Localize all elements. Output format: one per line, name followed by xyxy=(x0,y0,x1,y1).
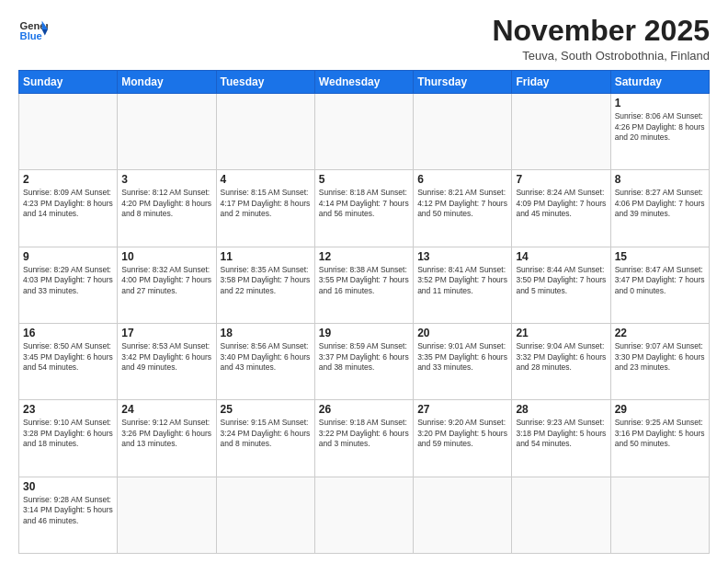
calendar-table: SundayMondayTuesdayWednesdayThursdayFrid… xyxy=(18,70,710,554)
calendar-cell: 6Sunrise: 8:21 AM Sunset: 4:12 PM Daylig… xyxy=(414,170,512,247)
day-info: Sunrise: 9:01 AM Sunset: 3:35 PM Dayligh… xyxy=(417,341,507,373)
day-number: 5 xyxy=(319,173,409,186)
calendar-week-row: 1Sunrise: 8:06 AM Sunset: 4:26 PM Daylig… xyxy=(19,94,710,170)
day-number: 6 xyxy=(417,173,507,186)
location-subtitle: Teuva, South Ostrobothnia, Finland xyxy=(492,49,710,63)
svg-text:Blue: Blue xyxy=(20,30,42,41)
logo: General Blue xyxy=(18,15,48,44)
calendar-cell: 11Sunrise: 8:35 AM Sunset: 3:58 PM Dayli… xyxy=(216,247,314,323)
calendar-cell: 28Sunrise: 9:23 AM Sunset: 3:18 PM Dayli… xyxy=(512,400,610,477)
day-info: Sunrise: 8:12 AM Sunset: 4:20 PM Dayligh… xyxy=(121,188,211,219)
day-number: 15 xyxy=(615,250,705,263)
day-number: 21 xyxy=(516,327,606,339)
day-number: 8 xyxy=(615,173,705,186)
day-number: 3 xyxy=(121,173,211,186)
day-number: 14 xyxy=(516,250,606,263)
weekday-header-monday: Monday xyxy=(118,71,216,94)
day-number: 20 xyxy=(417,327,507,339)
calendar-cell: 30Sunrise: 9:28 AM Sunset: 3:14 PM Dayli… xyxy=(19,477,118,553)
calendar-cell: 17Sunrise: 8:53 AM Sunset: 3:42 PM Dayli… xyxy=(118,324,216,400)
day-number: 28 xyxy=(516,403,606,416)
day-number: 19 xyxy=(319,327,409,339)
calendar-cell xyxy=(19,94,118,170)
calendar-cell: 15Sunrise: 8:47 AM Sunset: 3:47 PM Dayli… xyxy=(610,247,709,323)
day-info: Sunrise: 9:12 AM Sunset: 3:26 PM Dayligh… xyxy=(121,418,211,449)
day-info: Sunrise: 9:10 AM Sunset: 3:28 PM Dayligh… xyxy=(23,418,113,449)
day-number: 27 xyxy=(417,403,507,416)
calendar-cell: 7Sunrise: 8:24 AM Sunset: 4:09 PM Daylig… xyxy=(512,170,610,247)
day-number: 13 xyxy=(417,250,507,263)
calendar-cell: 1Sunrise: 8:06 AM Sunset: 4:26 PM Daylig… xyxy=(610,94,709,170)
day-info: Sunrise: 9:15 AM Sunset: 3:24 PM Dayligh… xyxy=(221,418,311,449)
calendar-cell xyxy=(314,94,413,170)
day-number: 16 xyxy=(23,327,113,339)
weekday-header-sunday: Sunday xyxy=(19,71,118,94)
day-info: Sunrise: 8:47 AM Sunset: 3:47 PM Dayligh… xyxy=(615,265,705,296)
day-info: Sunrise: 9:07 AM Sunset: 3:30 PM Dayligh… xyxy=(615,341,705,373)
day-number: 11 xyxy=(221,250,311,263)
calendar-cell: 10Sunrise: 8:32 AM Sunset: 4:00 PM Dayli… xyxy=(118,247,216,323)
day-number: 1 xyxy=(615,97,705,109)
calendar-cell xyxy=(414,94,512,170)
calendar-cell: 20Sunrise: 9:01 AM Sunset: 3:35 PM Dayli… xyxy=(414,324,512,400)
calendar-cell: 22Sunrise: 9:07 AM Sunset: 3:30 PM Dayli… xyxy=(610,324,709,400)
day-info: Sunrise: 9:25 AM Sunset: 3:16 PM Dayligh… xyxy=(615,418,705,449)
weekday-header-wednesday: Wednesday xyxy=(314,71,413,94)
calendar-week-row: 16Sunrise: 8:50 AM Sunset: 3:45 PM Dayli… xyxy=(19,324,710,400)
calendar-cell xyxy=(610,477,709,553)
calendar-cell: 3Sunrise: 8:12 AM Sunset: 4:20 PM Daylig… xyxy=(118,170,216,247)
calendar-cell xyxy=(216,477,314,553)
calendar-cell: 23Sunrise: 9:10 AM Sunset: 3:28 PM Dayli… xyxy=(19,400,118,477)
calendar-cell: 24Sunrise: 9:12 AM Sunset: 3:26 PM Dayli… xyxy=(118,400,216,477)
calendar-cell: 26Sunrise: 9:18 AM Sunset: 3:22 PM Dayli… xyxy=(314,400,413,477)
day-number: 30 xyxy=(23,480,113,493)
day-info: Sunrise: 8:29 AM Sunset: 4:03 PM Dayligh… xyxy=(23,265,113,296)
calendar-cell xyxy=(512,477,610,553)
calendar-cell: 29Sunrise: 9:25 AM Sunset: 3:16 PM Dayli… xyxy=(610,400,709,477)
day-number: 7 xyxy=(516,173,606,186)
day-info: Sunrise: 8:06 AM Sunset: 4:26 PM Dayligh… xyxy=(615,111,705,143)
calendar-cell: 2Sunrise: 8:09 AM Sunset: 4:23 PM Daylig… xyxy=(19,170,118,247)
day-info: Sunrise: 8:21 AM Sunset: 4:12 PM Dayligh… xyxy=(417,188,507,219)
day-info: Sunrise: 8:44 AM Sunset: 3:50 PM Dayligh… xyxy=(516,265,606,296)
calendar-cell: 4Sunrise: 8:15 AM Sunset: 4:17 PM Daylig… xyxy=(216,170,314,247)
calendar-cell: 27Sunrise: 9:20 AM Sunset: 3:20 PM Dayli… xyxy=(414,400,512,477)
svg-marker-3 xyxy=(42,29,48,35)
day-info: Sunrise: 8:35 AM Sunset: 3:58 PM Dayligh… xyxy=(221,265,311,296)
weekday-header-friday: Friday xyxy=(512,71,610,94)
month-title: November 2025 xyxy=(492,15,710,47)
day-info: Sunrise: 9:28 AM Sunset: 3:14 PM Dayligh… xyxy=(23,495,113,526)
calendar-cell: 18Sunrise: 8:56 AM Sunset: 3:40 PM Dayli… xyxy=(216,324,314,400)
logo-icon: General Blue xyxy=(18,15,48,44)
calendar-week-row: 9Sunrise: 8:29 AM Sunset: 4:03 PM Daylig… xyxy=(19,247,710,323)
calendar-cell: 12Sunrise: 8:38 AM Sunset: 3:55 PM Dayli… xyxy=(314,247,413,323)
day-info: Sunrise: 8:53 AM Sunset: 3:42 PM Dayligh… xyxy=(121,341,211,373)
calendar-week-row: 23Sunrise: 9:10 AM Sunset: 3:28 PM Dayli… xyxy=(19,400,710,477)
day-info: Sunrise: 9:18 AM Sunset: 3:22 PM Dayligh… xyxy=(319,418,409,449)
header: General Blue November 2025 Teuva, South … xyxy=(18,15,710,63)
calendar-cell: 21Sunrise: 9:04 AM Sunset: 3:32 PM Dayli… xyxy=(512,324,610,400)
day-info: Sunrise: 8:24 AM Sunset: 4:09 PM Dayligh… xyxy=(516,188,606,219)
calendar-cell xyxy=(314,477,413,553)
calendar-cell: 8Sunrise: 8:27 AM Sunset: 4:06 PM Daylig… xyxy=(610,170,709,247)
day-info: Sunrise: 9:04 AM Sunset: 3:32 PM Dayligh… xyxy=(516,341,606,373)
title-block: November 2025 Teuva, South Ostrobothnia,… xyxy=(492,15,710,63)
day-number: 24 xyxy=(121,403,211,416)
day-number: 4 xyxy=(221,173,311,186)
calendar-cell: 19Sunrise: 8:59 AM Sunset: 3:37 PM Dayli… xyxy=(314,324,413,400)
calendar-cell: 25Sunrise: 9:15 AM Sunset: 3:24 PM Dayli… xyxy=(216,400,314,477)
day-number: 23 xyxy=(23,403,113,416)
day-info: Sunrise: 8:15 AM Sunset: 4:17 PM Dayligh… xyxy=(221,188,311,219)
day-number: 2 xyxy=(23,173,113,186)
day-number: 25 xyxy=(221,403,311,416)
day-number: 12 xyxy=(319,250,409,263)
day-info: Sunrise: 8:27 AM Sunset: 4:06 PM Dayligh… xyxy=(615,188,705,219)
calendar-week-row: 30Sunrise: 9:28 AM Sunset: 3:14 PM Dayli… xyxy=(19,477,710,553)
day-number: 18 xyxy=(221,327,311,339)
calendar-cell xyxy=(216,94,314,170)
day-info: Sunrise: 8:38 AM Sunset: 3:55 PM Dayligh… xyxy=(319,265,409,296)
calendar-cell: 16Sunrise: 8:50 AM Sunset: 3:45 PM Dayli… xyxy=(19,324,118,400)
calendar-cell xyxy=(414,477,512,553)
calendar-cell xyxy=(118,94,216,170)
day-info: Sunrise: 8:32 AM Sunset: 4:00 PM Dayligh… xyxy=(121,265,211,296)
